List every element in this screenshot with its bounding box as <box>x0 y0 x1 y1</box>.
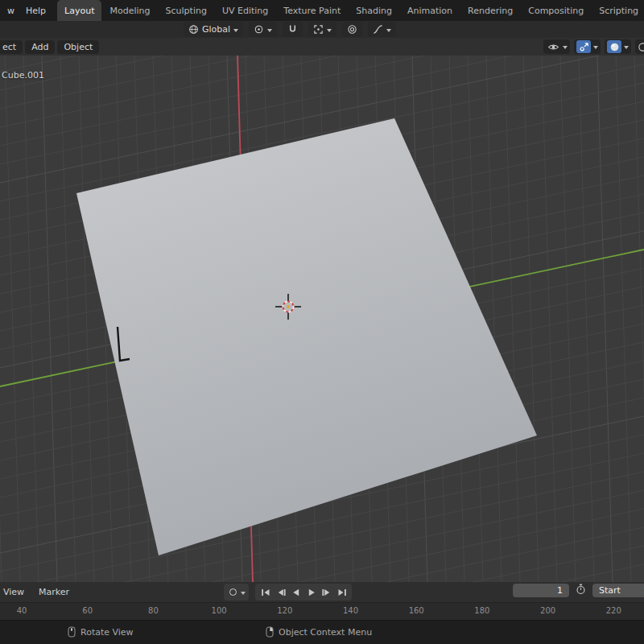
auto-keying-group[interactable] <box>224 584 249 601</box>
snap-target-icon <box>313 24 324 35</box>
play-reverse-icon <box>291 588 302 597</box>
viewport-canvas[interactable] <box>0 56 644 582</box>
frame-tick-label: 120 <box>275 606 295 615</box>
viewport-header-controls <box>543 39 644 54</box>
viewport-menu-object[interactable]: Object <box>57 40 99 54</box>
shading-solid-sphere-icon <box>607 40 621 53</box>
right-mouse-icon <box>266 626 274 638</box>
active-object-label: Cube.001 <box>2 70 44 80</box>
status-hint-label: Object Context Menu <box>279 627 372 638</box>
frame-tick-label: 220 <box>603 606 624 615</box>
chevron-down-icon <box>386 29 391 32</box>
frame-tick-label: 80 <box>142 606 163 615</box>
object-origin-dot <box>287 305 290 308</box>
gizmo-icon <box>576 40 591 53</box>
chevron-down-icon <box>624 46 629 49</box>
tab-animation[interactable]: Animation <box>400 0 460 21</box>
viewport-3d[interactable]: ectAddObject <box>0 38 644 582</box>
eye-icon <box>546 40 560 53</box>
proportional-editing-icon <box>347 24 357 35</box>
shading-preview-sphere-icon <box>638 40 644 53</box>
frame-tick-label: 60 <box>77 606 98 615</box>
jump-to-end-button[interactable] <box>335 586 349 598</box>
tab-sculpting[interactable]: Sculpting <box>159 0 214 21</box>
frame-tick-label: 40 <box>11 606 32 615</box>
timeline-menu-view[interactable]: View <box>1 585 31 599</box>
chevron-down-icon <box>327 29 332 32</box>
previous-keyframe-button[interactable] <box>274 586 287 598</box>
chevron-down-icon <box>593 46 598 49</box>
proportional-falloff-dropdown[interactable] <box>368 22 396 37</box>
timeline-menus: ViewMarker <box>1 582 76 602</box>
tab-rendering[interactable]: Rendering <box>460 0 520 21</box>
shading-preview-partial[interactable] <box>635 39 644 54</box>
play-icon <box>306 588 317 597</box>
pivot-point-icon <box>254 24 264 35</box>
chevron-down-icon <box>267 29 272 32</box>
tab-layout[interactable]: Layout <box>57 0 101 21</box>
jump-to-start-icon <box>260 588 271 597</box>
tab-compositing[interactable]: Compositing <box>521 0 591 21</box>
frame-tick-label: 180 <box>472 606 493 615</box>
viewport-menus: ectAddObject <box>0 40 99 54</box>
viewport-menu-add[interactable]: Add <box>25 40 55 54</box>
tool-settings-group: Global <box>184 22 396 37</box>
previous-keyframe-icon <box>275 588 287 597</box>
menu-window-partial[interactable]: w <box>2 3 19 19</box>
orientation-label: Global <box>202 24 230 35</box>
stopwatch-icon[interactable] <box>576 584 586 597</box>
workspace-tabs: LayoutModelingSculptingUV EditingTexture… <box>57 0 644 21</box>
tab-modeling[interactable]: Modeling <box>102 0 157 21</box>
tab-scripting[interactable]: Scripting <box>592 0 644 21</box>
frame-tick-label: 140 <box>341 606 361 615</box>
snap-toggle[interactable] <box>283 22 303 37</box>
playback-area <box>224 584 352 601</box>
menu-help[interactable]: Help <box>21 3 51 19</box>
tab-shading[interactable]: Shading <box>349 0 399 21</box>
next-keyframe-button[interactable] <box>320 586 333 598</box>
current-frame-field[interactable]: 1 <box>513 584 569 597</box>
record-icon <box>229 588 237 596</box>
gizmos-dropdown[interactable] <box>574 39 601 54</box>
chevron-down-icon <box>233 29 238 32</box>
magnet-icon <box>287 24 298 35</box>
tab-uv-editing[interactable]: UV Editing <box>215 0 275 21</box>
plane-object[interactable] <box>76 118 537 555</box>
status-hint-rotate-view: Rotate View <box>68 626 134 638</box>
status-bar: Rotate ViewObject Context Menu <box>0 620 644 644</box>
playback-controls <box>255 584 352 601</box>
falloff-curve-icon <box>373 24 383 35</box>
status-hint-object-context-menu: Object Context Menu <box>266 626 372 638</box>
jump-to-start-button[interactable] <box>258 586 272 598</box>
tab-texture-paint[interactable]: Texture Paint <box>276 0 348 21</box>
start-frame-field[interactable]: Start 1 <box>592 584 644 597</box>
middle-mouse-drag-icon <box>68 626 76 638</box>
next-keyframe-icon <box>321 588 332 597</box>
timeline-ruler[interactable]: 406080100120140160180200220 <box>0 602 644 621</box>
frame-fields: 1 Start 1 <box>513 584 644 597</box>
frame-tick-label: 200 <box>538 606 559 615</box>
transform-orientation-dropdown[interactable]: Global <box>184 22 243 37</box>
blender-window: w Help LayoutModelingSculptingUV Editing… <box>0 0 644 644</box>
start-frame-label: Start <box>599 585 621 596</box>
play-button[interactable] <box>304 586 318 598</box>
visibility-dropdown[interactable] <box>543 39 570 54</box>
frame-tick-label: 100 <box>208 606 229 615</box>
shading-mode-dropdown[interactable] <box>605 39 631 54</box>
proportional-editing-toggle[interactable] <box>342 22 362 37</box>
viewport-header: ectAddObject <box>0 38 644 56</box>
globe-icon <box>188 24 199 35</box>
timeline-header: ViewMarker 1 Start 1 <box>0 582 644 602</box>
status-hint-label: Rotate View <box>80 627 134 638</box>
topbar: w Help LayoutModelingSculptingUV Editing… <box>0 0 644 21</box>
frame-tick-label: 160 <box>406 606 427 615</box>
jump-to-end-icon <box>336 588 348 597</box>
topbar-menus: w Help <box>0 3 57 19</box>
pivot-point-dropdown[interactable] <box>249 22 277 37</box>
snap-target-dropdown[interactable] <box>308 22 336 37</box>
chevron-down-icon <box>241 592 246 595</box>
viewport-menu-ect[interactable]: ect <box>0 40 23 54</box>
chevron-down-icon <box>563 46 568 49</box>
play-reverse-button[interactable] <box>289 586 303 598</box>
timeline-menu-marker[interactable]: Marker <box>32 585 76 599</box>
